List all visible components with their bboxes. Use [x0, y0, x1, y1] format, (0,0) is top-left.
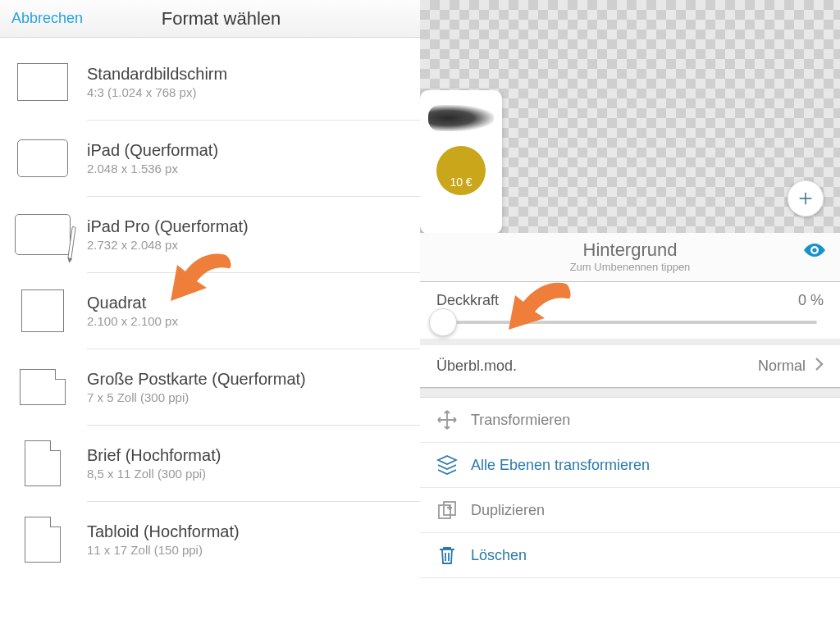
opacity-value: 0 % — [798, 292, 824, 309]
format-sub: 4:3 (1.024 x 768 px) — [87, 85, 409, 99]
opacity-label: Deckkraft — [436, 292, 499, 309]
blend-mode-row[interactable]: Überbl.mod. Normal — [420, 345, 840, 388]
format-title: Format wählen — [34, 8, 409, 30]
format-ipad-pro[interactable]: iPad Pro (Querformat) 2.732 x 2.048 px — [0, 197, 420, 272]
duplicate-button[interactable]: Duplizieren — [420, 488, 840, 533]
layer-panel-pane: 10 € Hintergrund Zum Umbenennen tippen D… — [420, 0, 840, 629]
thumb-postcard-icon — [15, 364, 71, 410]
eye-icon — [802, 241, 827, 259]
thumb-letter-icon — [15, 440, 71, 486]
format-sub: 8,5 x 11 Zoll (300 ppi) — [87, 467, 409, 481]
format-tabloid[interactable]: Tabloid (Hochformat) 11 x 17 Zoll (150 p… — [0, 502, 420, 577]
layer-title: Hintergrund — [461, 239, 799, 261]
slider-thumb[interactable] — [429, 308, 457, 336]
thumb-standard-icon — [15, 59, 71, 105]
blend-value: Normal — [758, 358, 806, 375]
format-name: Große Postkarte (Querformat) — [87, 370, 409, 389]
tool-label: Transformieren — [471, 412, 570, 429]
canvas-preview: 10 € — [420, 0, 840, 233]
format-name: iPad Pro (Querformat) — [87, 217, 409, 236]
delete-button[interactable]: Löschen — [420, 533, 840, 578]
format-sub: 2.100 x 2.100 px — [87, 314, 409, 328]
duplicate-icon — [436, 499, 458, 521]
format-standard[interactable]: Standardbildschirm 4:3 (1.024 x 768 px) — [0, 44, 420, 120]
move-icon — [436, 409, 458, 431]
trash-icon — [436, 545, 458, 566]
format-sub: 2.732 x 2.048 px — [87, 238, 409, 252]
thumb-ipad-icon — [15, 135, 71, 181]
thumb-square-icon — [15, 288, 71, 334]
format-name: Standardbildschirm — [87, 65, 409, 84]
format-header: Abbrechen Format wählen — [0, 0, 420, 38]
blend-label: Überbl.mod. — [436, 358, 517, 375]
format-name: Brief (Hochformat) — [87, 446, 409, 465]
format-square[interactable]: Quadrat 2.100 x 2.100 px — [0, 273, 420, 349]
layer-tools: Transformieren Alle Ebenen transformiere… — [420, 398, 840, 578]
format-name: Tabloid (Hochformat) — [87, 522, 409, 541]
thumb-ipadpro-icon — [15, 212, 71, 258]
svg-point-0 — [812, 248, 816, 252]
thumb-tabloid-icon — [15, 517, 71, 563]
transform-button[interactable]: Transformieren — [420, 398, 840, 443]
format-postcard[interactable]: Große Postkarte (Querformat) 7 x 5 Zoll … — [0, 349, 420, 425]
chevron-right-icon — [814, 357, 824, 376]
layers-icon — [436, 454, 458, 476]
tool-label: Duplizieren — [471, 502, 545, 519]
price-badge: 10 € — [436, 146, 486, 195]
format-name: iPad (Querformat) — [87, 141, 409, 160]
annotation-arrow-icon — [502, 279, 576, 346]
brush-stroke-icon — [428, 105, 494, 131]
opacity-row: Deckkraft 0 % — [420, 282, 840, 345]
format-list: Standardbildschirm 4:3 (1.024 x 768 px) … — [0, 38, 420, 577]
preview-card: 10 € — [420, 90, 502, 233]
format-chooser-pane: Abbrechen Format wählen Standardbildschi… — [0, 0, 420, 629]
format-ipad[interactable]: iPad (Querformat) 2.048 x 1.536 px — [0, 121, 420, 196]
format-name: Quadrat — [87, 294, 409, 312]
visibility-toggle[interactable] — [802, 241, 827, 262]
layer-rename-hint: Zum Umbenennen tippen — [461, 261, 799, 273]
format-sub: 11 x 17 Zoll (150 ppi) — [87, 543, 409, 557]
format-letter[interactable]: Brief (Hochformat) 8,5 x 11 Zoll (300 pp… — [0, 426, 420, 501]
section-gap — [420, 388, 840, 398]
tool-label: Löschen — [471, 547, 527, 564]
format-sub: 2.048 x 1.536 px — [87, 162, 409, 175]
format-sub: 7 x 5 Zoll (300 ppi) — [87, 390, 409, 404]
layer-header[interactable]: Hintergrund Zum Umbenennen tippen — [420, 233, 840, 282]
transform-all-button[interactable]: Alle Ebenen transformieren — [420, 443, 840, 488]
plus-icon — [797, 189, 815, 207]
opacity-slider[interactable] — [443, 321, 817, 324]
add-layer-button[interactable] — [788, 180, 824, 217]
tool-label: Alle Ebenen transformieren — [471, 457, 650, 474]
